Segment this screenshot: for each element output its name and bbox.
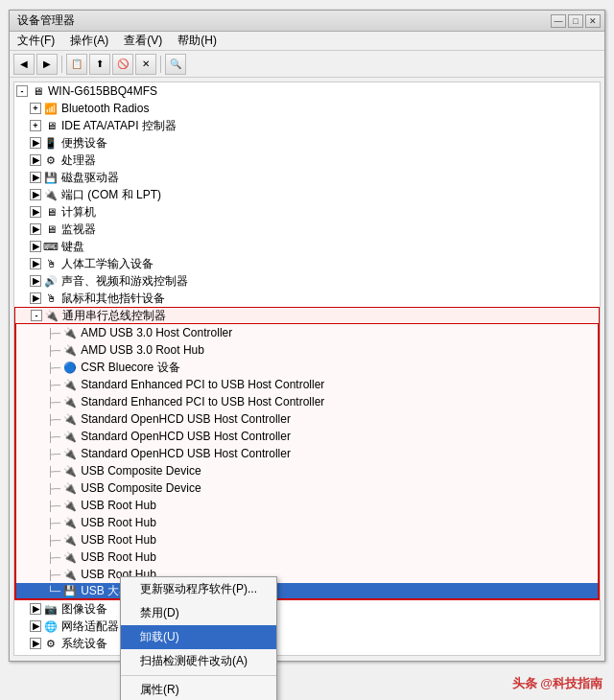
amd-root-icon: 🔌 (62, 342, 78, 358)
context-uninstall[interactable]: 卸载(U) (121, 625, 276, 649)
context-disable[interactable]: 禁用(D) (121, 601, 276, 625)
context-menu: 更新驱动程序软件(P)... 禁用(D) 卸载(U) 扫描检测硬件改动(A) 属… (120, 576, 277, 700)
disk-expander[interactable]: ▶ (30, 172, 41, 183)
tree-node-usb-controller[interactable]: - 🔌 通用串行总线控制器 (14, 307, 600, 324)
display-icon: 🖥 (43, 653, 59, 656)
tree-node-display[interactable]: ▶ 🖥 显示适配器 (14, 652, 600, 656)
sound-expander[interactable]: ▶ (30, 275, 41, 287)
hid-expander[interactable]: ▶ (30, 258, 41, 269)
tree-root[interactable]: - 🖥 WIN-G615BBQ4MFS (14, 82, 600, 100)
properties-button[interactable]: 📋 (66, 54, 87, 75)
ide-label: IDE ATA/ATAPI 控制器 (61, 118, 177, 134)
tree-node-usb-comp-1[interactable]: ├─ 🔌 USB Composite Device (16, 462, 598, 479)
tree-node-usb-comp-2[interactable]: ├─ 🔌 USB Composite Device (16, 479, 598, 497)
tree-node-keyboard[interactable]: ▶ ⌨ 键盘 (14, 238, 600, 255)
device-tree[interactable]: - 🖥 WIN-G615BBQ4MFS + 📶 Bluetooth Radios… (13, 82, 601, 656)
usb-controller-expander[interactable]: - (31, 310, 42, 321)
monitor-expander[interactable]: ▶ (30, 223, 41, 235)
computer-node-icon: 🖥 (43, 204, 59, 220)
tree-node-sound[interactable]: ▶ 🔊 声音、视频和游戏控制器 (14, 272, 600, 290)
amd-root-label: AMD USB 3.0 Root Hub (81, 343, 204, 357)
usb-controller-label: 通用串行总线控制器 (62, 308, 166, 324)
network-expander[interactable]: ▶ (30, 620, 41, 632)
context-scan[interactable]: 扫描检测硬件改动(A) (121, 649, 276, 673)
std-enh-1-label: Standard Enhanced PCI to USB Host Contro… (81, 378, 324, 391)
tree-node-portable[interactable]: ▶ 📱 便携设备 (14, 134, 600, 152)
tree-node-processor[interactable]: ▶ ⚙ 处理器 (14, 152, 600, 169)
tree-node-usb-root-2[interactable]: ├─ 🔌 USB Root Hub (16, 514, 598, 531)
context-separator (121, 675, 276, 676)
menu-bar: 文件(F) 操作(A) 查看(V) 帮助(H) (10, 32, 604, 51)
close-button[interactable]: ✕ (585, 14, 601, 28)
menu-action[interactable]: 操作(A) (66, 31, 112, 51)
system-expander[interactable]: ▶ (30, 638, 41, 649)
port-expander[interactable]: ▶ (30, 189, 41, 200)
context-properties[interactable]: 属性(R) (121, 678, 276, 700)
menu-view[interactable]: 查看(V) (120, 31, 166, 51)
tree-node-std-open-2[interactable]: ├─ 🔌 Standard OpenHCD USB Host Controlle… (16, 428, 598, 445)
tree-node-network[interactable]: ▶ 🌐 网络适配器 (14, 618, 600, 635)
std-open-1-icon: 🔌 (62, 411, 78, 427)
tree-node-std-open-1[interactable]: ├─ 🔌 Standard OpenHCD USB Host Controlle… (16, 410, 598, 428)
processor-label: 处理器 (61, 152, 96, 169)
ide-expander[interactable]: + (30, 120, 41, 131)
sound-icon: 🔊 (43, 273, 59, 289)
tree-node-hid[interactable]: ▶ 🖱 人体工学输入设备 (14, 255, 600, 272)
tree-node-usb-root-4[interactable]: ├─ 🔌 USB Root Hub (16, 548, 598, 566)
tree-node-computer[interactable]: ▶ 🖥 计算机 (14, 203, 600, 221)
keyboard-expander[interactable]: ▶ (30, 241, 41, 252)
disk-label: 磁盘驱动器 (61, 170, 119, 186)
root-expander[interactable]: - (16, 85, 28, 97)
usb-root-2-icon: 🔌 (62, 515, 78, 530)
context-update[interactable]: 更新驱动程序软件(P)... (121, 577, 276, 601)
tree-node-imaging[interactable]: ▶ 📷 图像设备 (14, 600, 600, 618)
tree-node-mouse[interactable]: ▶ 🖱 鼠标和其他指针设备 (14, 290, 600, 307)
back-button[interactable]: ◀ (13, 54, 35, 75)
uninstall-button[interactable]: ✕ (135, 54, 156, 75)
update-driver-button[interactable]: ⬆ (89, 54, 110, 75)
tree-node-system[interactable]: ▶ ⚙ 系统设备 (14, 635, 600, 652)
imaging-icon: 📷 (43, 601, 59, 617)
forward-button[interactable]: ▶ (36, 54, 58, 75)
tree-node-monitor[interactable]: ▶ 🖥 监视器 (14, 221, 600, 238)
tree-node-std-enh-2[interactable]: ├─ 🔌 Standard Enhanced PCI to USB Host C… (16, 393, 598, 410)
disable-button[interactable]: 🚫 (112, 54, 133, 75)
computer-expander[interactable]: ▶ (30, 206, 41, 218)
csr-label: CSR Bluecore 设备 (81, 360, 179, 376)
csr-icon: 🔵 (62, 360, 78, 375)
maximize-button[interactable]: □ (568, 14, 583, 28)
tree-node-amd-host[interactable]: ├─ 🔌 AMD USB 3.0 Host Controller (16, 324, 598, 341)
mouse-expander[interactable]: ▶ (30, 292, 41, 304)
tree-node-disk[interactable]: ▶ 💾 磁盘驱动器 (14, 169, 600, 186)
tree-node-ide[interactable]: + 🖥 IDE ATA/ATAPI 控制器 (14, 117, 600, 134)
std-enh-2-label: Standard Enhanced PCI to USB Host Contro… (81, 395, 324, 408)
display-expander[interactable]: ▶ (30, 655, 41, 656)
tree-node-usb-root-5[interactable]: ├─ 🔌 USB Root Hub (16, 566, 598, 583)
root-label: WIN-G615BBQ4MFS (48, 84, 157, 98)
tree-node-usb-root-1[interactable]: ├─ 🔌 USB Root Hub (16, 497, 598, 514)
tree-node-amd-root[interactable]: ├─ 🔌 AMD USB 3.0 Root Hub (16, 341, 598, 359)
std-open-3-label: Standard OpenHCD USB Host Controller (81, 447, 291, 460)
bluetooth-expander[interactable]: + (30, 103, 41, 114)
tree-node-port[interactable]: ▶ 🔌 端口 (COM 和 LPT) (14, 186, 600, 203)
tree-node-std-enh-1[interactable]: ├─ 🔌 Standard Enhanced PCI to USB Host C… (16, 376, 598, 393)
tree-node-usb-root-3[interactable]: ├─ 🔌 USB Root Hub (16, 531, 598, 548)
menu-help[interactable]: 帮助(H) (174, 31, 221, 51)
tree-node-std-open-3[interactable]: ├─ 🔌 Standard OpenHCD USB Host Controlle… (16, 445, 598, 462)
portable-expander[interactable]: ▶ (30, 137, 41, 149)
processor-icon: ⚙ (43, 152, 59, 168)
usb-root-1-icon: 🔌 (62, 498, 78, 513)
minimize-button[interactable]: — (551, 14, 566, 28)
scan-button[interactable]: 🔍 (165, 54, 186, 75)
watermark: 头条 @科技指南 (512, 675, 602, 692)
toolbar-sep-2 (160, 56, 161, 73)
processor-expander[interactable]: ▶ (30, 154, 41, 166)
std-enh-1-icon: 🔌 (62, 377, 78, 392)
title-buttons: — □ ✕ (551, 14, 601, 28)
tree-node-bluetooth[interactable]: + 📶 Bluetooth Radios (14, 100, 600, 117)
tree-node-csr[interactable]: ├─ 🔵 CSR Bluecore 设备 (16, 359, 598, 376)
imaging-expander[interactable]: ▶ (30, 603, 41, 615)
bluetooth-label: Bluetooth Radios (61, 102, 149, 115)
tree-node-usb-mass[interactable]: └─ 💾 USB 大容量存储设备 (16, 583, 598, 600)
menu-file[interactable]: 文件(F) (13, 31, 59, 51)
